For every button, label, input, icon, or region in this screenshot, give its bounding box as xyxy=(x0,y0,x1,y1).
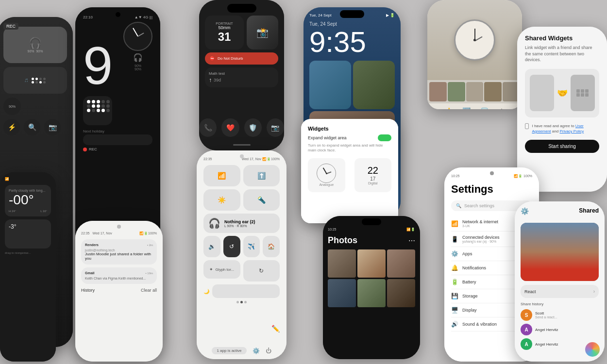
shared-photo xyxy=(521,223,599,281)
more-icon[interactable]: ⋮ xyxy=(498,107,505,109)
share-history-label: Share history xyxy=(521,302,599,306)
photo-thumb-2[interactable] xyxy=(357,249,386,278)
react-section: React › xyxy=(521,285,599,298)
setting-label: Network & internet xyxy=(462,219,498,224)
status-bar-11: 📶 xyxy=(5,177,51,181)
wifi-icon: 📶 xyxy=(451,220,458,227)
shared-widgets-title: Shared Widgets xyxy=(525,34,599,42)
rec-badge: REC xyxy=(3,23,18,30)
photo-thumb-1[interactable] xyxy=(328,249,356,278)
settings-title: Settings xyxy=(451,183,532,196)
expand-desc: Turn on to expand widget area and will h… xyxy=(308,143,391,153)
phone-photos: 10:25 📶🔋 Photos ⋯ xyxy=(323,216,420,359)
glyph-ctrl-2[interactable]: ↻ xyxy=(243,260,280,281)
phone-shared-app: ⚙️ Shared React › Share history S Scott … xyxy=(515,201,605,362)
react-label: React xyxy=(524,289,536,294)
app-header: ⚙️ Shared xyxy=(521,207,599,218)
person-angel-1: A Angel Hervitz xyxy=(521,324,599,335)
punch-hole-9 xyxy=(490,171,494,175)
agree-text: I have read and agree to User Agreement … xyxy=(532,123,599,134)
setting-label-display: Display xyxy=(462,308,477,313)
apps-icon: ⚙️ xyxy=(451,250,458,257)
digital-clock-preview: 22 17 Digital xyxy=(354,158,392,192)
widgets-title: Widgets xyxy=(308,126,391,132)
quick-controls: 📶 ⬆️ ☀️ 🔦 xyxy=(203,165,280,211)
share-icon[interactable]: ↗️ xyxy=(462,107,471,109)
sound-icon: 🔊 xyxy=(451,321,458,328)
setting-label-sound: Sound & vibration xyxy=(462,322,497,327)
status-bar-10: 10:25 📶🔋 xyxy=(328,228,415,232)
notif-renders: Renders • 2m justin@nothing.tech Justin … xyxy=(81,239,157,265)
edit-icon[interactable]: ✏️ xyxy=(271,325,280,332)
punch-hole-7 xyxy=(240,154,244,158)
temp-widget: -3° xyxy=(5,219,51,248)
shared-widgets-desc: Link widget with a friend and share the … xyxy=(525,45,599,63)
more-icon-10[interactable]: ⋯ xyxy=(408,237,415,245)
phone-shared-widgets: Shared Widgets Link widget with a friend… xyxy=(517,27,607,192)
earbuds-widget: 🎧 Nothing ear (2) L 90% · R 80% xyxy=(203,214,280,233)
phone-nothing-notif: 22:35 Wed 17, Nov 📶🔋100% Renders • 2m ju… xyxy=(75,221,163,362)
drag-hint: drag to reorganise... xyxy=(5,251,51,254)
chevron-right-icon-13: › xyxy=(593,289,595,294)
expand-toggle[interactable] xyxy=(378,134,391,141)
home-ctrl[interactable]: 🏠 xyxy=(263,236,280,257)
lens-label: PORTRAIT xyxy=(216,22,233,25)
notif-gmail: Gmail • 10m Keith Chan via Figma Keith m… xyxy=(81,267,157,284)
photo-thumb-6[interactable] xyxy=(387,279,415,307)
shared-preview: 🤝 xyxy=(525,69,599,117)
dynamic-island xyxy=(227,4,256,13)
expand-label: Expand widget area xyxy=(308,135,347,140)
agree-row: I have read and agree to User Agreement … xyxy=(525,123,599,134)
battery-icon: 🔋 xyxy=(451,279,458,285)
data-ctrl[interactable]: ⬆️ xyxy=(243,165,280,186)
search-placeholder: Search settings xyxy=(464,203,494,208)
delete-icon[interactable]: 🗑️ xyxy=(480,107,489,109)
dynamic-island-4 xyxy=(340,10,364,18)
setting-label-battery: Battery xyxy=(462,280,476,284)
analog-label: Analogue xyxy=(319,183,334,186)
display-icon: 🖥️ xyxy=(451,307,458,314)
phone-nothing-light: 22:35 Wed 17, Nov 📶🔋100% 📶 ⬆️ ☀️ 🔦 🎧 Not… xyxy=(197,150,287,359)
storage-icon: 💾 xyxy=(451,293,458,299)
glyph-ctrl[interactable]: ✦ Glyph tor... xyxy=(203,260,240,279)
phone-dark-small: 📶 Partly cloudy with long... -00° H 24° … xyxy=(0,172,56,362)
dynamic-island-10 xyxy=(362,218,381,225)
shared-label: Shared xyxy=(579,207,599,214)
setting-sub-connected: yuhang's ear (a) · 90% xyxy=(462,240,500,243)
start-sharing-button[interactable]: Start sharing xyxy=(525,140,599,153)
punch-hole-12 xyxy=(117,225,121,229)
rotate-ctrl[interactable]: ↺ xyxy=(223,236,240,257)
settings-icon-13[interactable]: ⚙️ xyxy=(521,207,529,218)
earbuds-name: Nothing ear (2) xyxy=(224,219,255,224)
search-icon: 🔍 xyxy=(456,203,461,208)
setting-label-connected: Connected devices xyxy=(462,235,500,240)
like-icon[interactable]: 👍 xyxy=(444,107,453,109)
photos-header: Photos ⋯ xyxy=(328,235,415,246)
holiday-label: Next holiday xyxy=(83,129,152,133)
weather-widget: Partly cloudy with long... -00° H 24° L … xyxy=(5,185,51,216)
clock-face xyxy=(317,164,336,183)
vol-ctrl[interactable]: 🔉 xyxy=(203,236,220,257)
agree-checkbox[interactable] xyxy=(525,123,529,129)
clear-all-button[interactable]: Clear all xyxy=(141,288,157,293)
avatar-angel-2: A xyxy=(521,338,532,350)
phone-ios-widgets: PORTRAIT 50mm 31 📸 ⛔ Do Not Disturb Math… xyxy=(199,0,284,150)
earbuds-icon: 🎧 xyxy=(208,217,220,229)
avatar-angel-1: A xyxy=(521,324,532,335)
brightness-slider[interactable] xyxy=(212,284,280,298)
photo-thumb-3[interactable] xyxy=(387,249,415,278)
setting-label-apps: Apps xyxy=(462,251,472,256)
notif-icon: 🔔 xyxy=(451,265,458,271)
status-bar-12: 22:35 Wed 17, Nov 📶🔋100% xyxy=(81,232,157,235)
brightness-ctrl[interactable]: ☀️ xyxy=(203,189,240,211)
expand-toggle-row: Expand widget area xyxy=(308,134,391,141)
torch-ctrl[interactable]: 🔦 xyxy=(243,189,280,211)
setting-label-notif: Notifications xyxy=(462,265,486,270)
photo-thumb-4[interactable] xyxy=(328,279,356,307)
power-icon[interactable]: ⏻ xyxy=(266,347,271,354)
settings-icon[interactable]: ⚙️ xyxy=(253,347,260,354)
airplane-ctrl[interactable]: ✈️ xyxy=(243,236,260,257)
setting-sub: 3-UK xyxy=(462,224,498,228)
photo-thumb-5[interactable] xyxy=(357,279,386,307)
wifi-ctrl[interactable]: 📶 xyxy=(203,165,240,186)
